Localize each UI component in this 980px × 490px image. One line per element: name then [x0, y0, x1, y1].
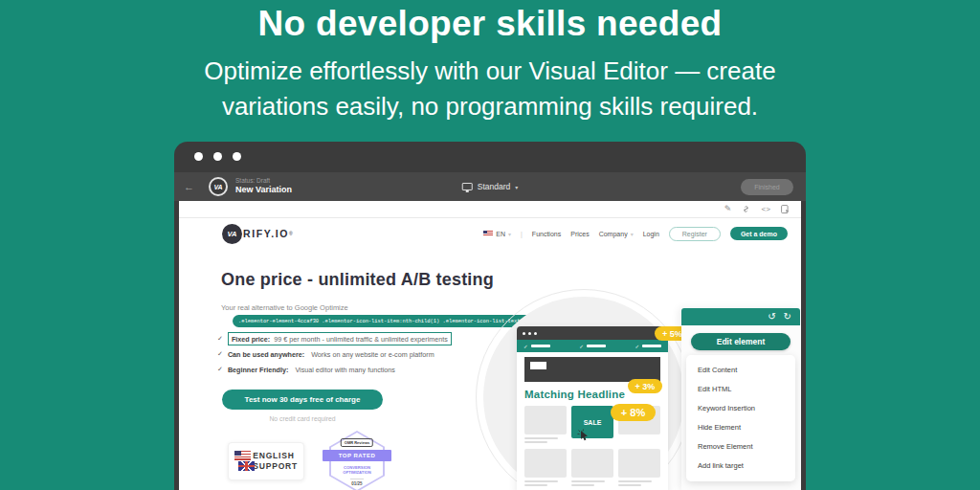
us-flag-icon — [234, 451, 251, 460]
uplift-badge-3: + 3% — [628, 379, 662, 393]
variation-meta: Status: Draft New Variation — [235, 177, 292, 195]
mini-check-item: ✓ — [523, 344, 550, 349]
css-selector-chip[interactable]: .elementor-element-4ccaf30 .elementor-ic… — [233, 315, 533, 327]
device-click-icon[interactable] — [781, 205, 790, 214]
nav-item-prices[interactable]: Prices — [570, 231, 589, 237]
page-headline: One price - unlimited A/B testing — [221, 270, 494, 290]
badge-source: OMR Reviews — [341, 438, 373, 447]
chevron-down-icon: ▾ — [515, 184, 518, 190]
edit-element-button[interactable]: Edit element — [691, 333, 791, 350]
window-dot — [194, 152, 203, 161]
editor-topbar: ← VA Status: Draft New Variation Standar… — [174, 172, 806, 201]
mini-check-item: ✓ — [579, 344, 606, 349]
registered-mark: ® — [289, 231, 293, 236]
check-icon: ✓ — [217, 335, 223, 343]
english-line1: ENGLISH — [253, 451, 298, 461]
monitor-icon — [462, 183, 473, 190]
hero-title: No developer skills needed — [0, 4, 980, 44]
page-subheadline: Your real alternative to Google Optimize — [221, 303, 348, 312]
site-nav: VA RIFY.IO ® EN ▾ | Functions Prices Com… — [179, 218, 801, 249]
finished-button[interactable]: Finished — [741, 179, 793, 195]
feature-row[interactable]: ✓ Beginner Friendly: Visual editor with … — [217, 362, 452, 377]
back-arrow-icon[interactable]: ← — [184, 181, 194, 192]
feature-text: Works on any website or e-com platform — [311, 350, 434, 359]
editor-viewport: ✎ <> VA RIFY.IO ® EN — [179, 201, 801, 490]
link-add-icon[interactable] — [742, 205, 750, 213]
window-controls — [194, 152, 241, 161]
nav-item-login[interactable]: Login — [643, 231, 659, 237]
redo-icon[interactable]: ↻ — [784, 312, 791, 322]
marketing-banner: No developer skills needed Optimize effo… — [0, 0, 980, 490]
brand-mark: VA — [222, 224, 242, 244]
language-selector[interactable]: EN ▾ — [483, 231, 511, 237]
menu-item-add-link-target[interactable]: Add link target — [686, 456, 795, 475]
check-icon: ✓ — [635, 344, 639, 349]
window-dot — [233, 152, 241, 161]
english-support-badge: ENGLISH SUPPORT — [228, 442, 304, 480]
undo-icon[interactable]: ↺ — [768, 312, 775, 322]
language-label: EN — [496, 231, 505, 237]
grid-cell — [571, 449, 613, 486]
us-flag-icon — [483, 231, 493, 236]
window-dot — [213, 152, 222, 161]
code-icon[interactable]: <> — [761, 206, 770, 213]
check-icon: ✓ — [579, 344, 584, 349]
feature-list: ✓ Fixed price: 99 € per month - unlimite… — [217, 331, 452, 377]
top-rated-ribbon: TOP RATED — [323, 450, 391, 461]
feature-row[interactable]: ✓ Can be used anywhere: Works on any web… — [217, 346, 452, 362]
brand-text: RIFY.IO — [243, 228, 289, 239]
menu-item-remove-element[interactable]: Remove Element — [686, 436, 795, 456]
register-button[interactable]: Register — [669, 227, 721, 241]
edit-element-panel: ↺ ↻ Edit element Edit Content Edit HTML … — [681, 308, 800, 490]
nav-item-functions[interactable]: Functions — [532, 231, 561, 237]
feature-text: 99 € per month - unlimited traffic & unl… — [274, 335, 448, 344]
badge-category: CONVERSION OPTIMIZATION — [338, 465, 376, 476]
hero-subtitle: Optimize effortlessly with our Visual Ed… — [155, 54, 825, 124]
status-label: Status: Draft — [235, 177, 292, 185]
feature-lead: Beginner Friendly: — [228, 366, 289, 374]
feature-lead: Fixed price: — [232, 335, 270, 344]
device-selector[interactable]: Standard ▾ — [462, 182, 519, 191]
pen-icon[interactable]: ✎ — [724, 205, 732, 213]
grid-cell — [618, 449, 660, 486]
varify-logo: VA — [209, 177, 228, 196]
variation-name: New Variation — [235, 185, 292, 195]
nav-links: EN ▾ | Functions Prices Company ▾ Login … — [483, 227, 788, 241]
flag-stack — [234, 450, 248, 473]
uplift-badge-8: + 8% — [611, 404, 656, 421]
selected-element-outline: Fixed price: 99 € per month - unlimited … — [228, 332, 452, 345]
check-icon: ✓ — [523, 344, 528, 349]
menu-item-hide-element[interactable]: Hide Element — [686, 417, 795, 436]
english-line2: SUPPORT — [253, 461, 298, 472]
menu-item-edit-html[interactable]: Edit HTML — [686, 379, 795, 398]
check-icon: ✓ — [217, 366, 223, 373]
nav-item-company[interactable]: Company ▾ — [599, 231, 634, 237]
grid-cell — [524, 406, 567, 443]
feature-lead: Can be used anywhere: — [228, 350, 304, 359]
browser-window: ← VA Status: Draft New Variation Standar… — [174, 142, 806, 490]
mini-checkbar: ✓ ✓ ✓ — [517, 340, 668, 352]
selector-text: .elementor-element-4ccaf30 .elementor-ic… — [238, 319, 520, 324]
panel-header: ↺ ↻ — [681, 308, 800, 325]
english-support-text: ENGLISH SUPPORT — [253, 451, 298, 473]
context-menu: Edit Content Edit HTML Keyword Insertion… — [686, 355, 795, 481]
mini-hero-chip — [530, 362, 546, 369]
feature-text: Visual editor with many functions — [295, 366, 395, 374]
menu-item-keyword-insertion[interactable]: Keyword Insertion — [686, 398, 795, 417]
cta-note: No credit card required — [222, 415, 383, 422]
feature-row-selected[interactable]: ✓ Fixed price: 99 € per month - unlimite… — [217, 331, 452, 346]
editor-toolbar: ✎ <> — [179, 201, 801, 218]
device-mode-label: Standard — [478, 182, 511, 191]
chevron-down-icon: ▾ — [631, 231, 634, 237]
check-icon: ✓ — [217, 350, 223, 358]
badge-divider — [350, 479, 364, 479]
badge-period: 01/25 — [329, 481, 385, 486]
uk-flag-icon — [238, 461, 255, 471]
cursor-icon — [577, 429, 590, 446]
trial-cta-button[interactable]: Test now 30 days free of charge — [222, 390, 383, 410]
brand-logo[interactable]: VA RIFY.IO ® — [222, 224, 293, 244]
nav-item-company-label: Company — [599, 231, 628, 237]
chevron-down-icon: ▾ — [508, 231, 511, 237]
menu-item-edit-content[interactable]: Edit Content — [686, 360, 795, 379]
get-demo-button[interactable]: Get a demo — [730, 227, 788, 240]
